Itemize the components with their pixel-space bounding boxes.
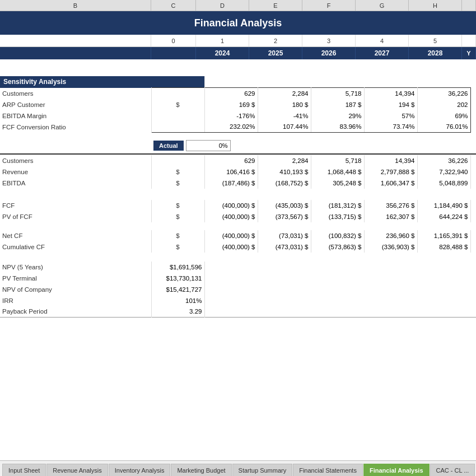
tab-marketing-budget[interactable]: Marketing Budget bbox=[171, 464, 231, 476]
main-revenue-row: Revenue $ 106,416 $ 410,193 $ 1,068,448 … bbox=[0, 166, 476, 178]
main-revenue-2025: 410,193 $ bbox=[258, 166, 311, 178]
main-customers-label: Customers bbox=[0, 155, 151, 166]
npv-company-row: NPV of Company $15,421,727 bbox=[0, 284, 476, 295]
npv5-label: NPV (5 Years) bbox=[0, 262, 151, 273]
main-revenue-dollar: $ bbox=[151, 166, 204, 178]
year-num-4: 4 bbox=[356, 35, 409, 46]
npv5-row: NPV (5 Years) $1,691,596 bbox=[0, 262, 476, 273]
fcf-row: FCF $ (400,000) $ (435,003) $ (181,312) … bbox=[0, 200, 476, 211]
sensitivity-customers-2024: 629 bbox=[204, 88, 258, 99]
column-headers: B C D E F G H bbox=[0, 0, 476, 11]
irr-label: IRR bbox=[0, 295, 151, 306]
tab-startup-summary[interactable]: Startup Summary bbox=[232, 464, 293, 476]
year-2027: 2027 bbox=[356, 47, 409, 59]
sensitivity-arp-2024: 169 $ bbox=[204, 99, 258, 110]
fcf-2026: 356,276 $ bbox=[364, 200, 417, 211]
sensitivity-table: Sensitivity Analysis Customers 629 2,284… bbox=[0, 59, 476, 322]
gap-row-1 bbox=[0, 59, 476, 65]
netcf-2025: (100,832) $ bbox=[311, 230, 364, 241]
sensitivity-ebitda-label: EBITDA Margin bbox=[0, 110, 151, 122]
payback-row: Payback Period 3.29 bbox=[0, 306, 476, 318]
sensitivity-fcf-label: FCF Conversion Ratio bbox=[0, 122, 151, 133]
main-customers-2024: 629 bbox=[204, 155, 258, 166]
year-num-3: 3 bbox=[302, 35, 356, 46]
sensitivity-ebitda-2027: 57% bbox=[364, 110, 417, 122]
pv-terminal-row: PV Terminal $13,730,131 bbox=[0, 273, 476, 284]
tab-financial-analysis[interactable]: Financial Analysis bbox=[363, 464, 430, 476]
pvfcf-2025: (133,715) $ bbox=[311, 211, 364, 222]
sensitivity-customers-label: Customers bbox=[0, 88, 151, 99]
pvfcf-year0: (400,000) $ bbox=[204, 211, 258, 222]
col-header-e: E bbox=[249, 0, 302, 11]
year-num-5: 5 bbox=[409, 35, 462, 46]
tab-financial-statements[interactable]: Financial Statements bbox=[293, 464, 363, 476]
sensitivity-fcf-c bbox=[151, 122, 204, 133]
fcf-2027: 1,184,490 $ bbox=[417, 200, 470, 211]
year-num-extra bbox=[462, 35, 476, 46]
sensitivity-arp-2027: 194 $ bbox=[364, 99, 417, 110]
sensitivity-customers-2026: 5,718 bbox=[311, 88, 364, 99]
col-header-h: H bbox=[409, 0, 462, 11]
gap-after-sensitivity bbox=[0, 133, 476, 138]
gap-before-summary bbox=[0, 253, 476, 262]
tab-inventory-analysis[interactable]: Inventory Analysis bbox=[109, 464, 171, 476]
main-customers-row: Customers 629 2,284 5,718 14,394 36,226 bbox=[0, 155, 476, 166]
main-customers-2027: 14,394 bbox=[364, 155, 417, 166]
tab-revenue-analysis[interactable]: Revenue Analysis bbox=[46, 464, 108, 476]
main-revenue-2026: 1,068,448 $ bbox=[311, 166, 364, 178]
fcf-2028: 3,837,426 $ bbox=[470, 200, 476, 211]
pvfcf-2027: 644,224 $ bbox=[417, 211, 470, 222]
sensitivity-fcf-2025: 107.44% bbox=[258, 122, 311, 133]
fcf-year0: (400,000) $ bbox=[204, 200, 258, 211]
main-revenue-label: Revenue bbox=[0, 166, 151, 178]
sensitivity-customers-c bbox=[151, 88, 204, 99]
year-label-empty2 bbox=[151, 47, 196, 59]
tab-cac-cl[interactable]: CAC - CL ... bbox=[430, 464, 475, 476]
main-customers-c bbox=[151, 155, 204, 166]
year-2025: 2025 bbox=[249, 47, 302, 59]
col-header-extra bbox=[462, 0, 476, 11]
year-num-0: 0 bbox=[151, 35, 196, 46]
main-ebitda-2024: (187,486) $ bbox=[204, 178, 258, 189]
actual-input[interactable] bbox=[186, 140, 231, 151]
tab-input-sheet[interactable]: Input Sheet bbox=[2, 464, 46, 476]
sensitivity-customers-2027: 14,394 bbox=[364, 88, 417, 99]
main-ebitda-2028: 5,048,899 bbox=[417, 178, 470, 189]
cumcf-row: Cumulative CF $ (400,000) $ (473,031) $ … bbox=[0, 241, 476, 253]
npv-company-value: $15,421,727 bbox=[151, 284, 204, 295]
sensitivity-header-row: Sensitivity Analysis bbox=[0, 76, 476, 88]
year-label-empty bbox=[0, 47, 151, 59]
sensitivity-customers-row: Customers 629 2,284 5,718 14,394 36,226 bbox=[0, 88, 476, 99]
sensitivity-customers-2025: 2,284 bbox=[258, 88, 311, 99]
cumcf-label: Cumulative CF bbox=[0, 241, 151, 253]
cumcf-2026: (336,903) $ bbox=[364, 241, 417, 253]
netcf-row: Net CF $ (400,000) $ (73,031) $ (100,832… bbox=[0, 230, 476, 241]
col-header-g: G bbox=[356, 0, 409, 11]
main-ebitda-label: EBITDA bbox=[0, 178, 151, 189]
pv-terminal-label: PV Terminal bbox=[0, 273, 151, 284]
pvfcf-2028: 1,792,347 $ bbox=[470, 211, 476, 222]
fcf-dollar-c: $ bbox=[151, 200, 204, 211]
sensitivity-fcf-2024: 232.02% bbox=[204, 122, 258, 133]
tabs-bar: Input Sheet Revenue Analysis Inventory A… bbox=[0, 460, 476, 476]
year-num-1: 1 bbox=[196, 35, 249, 46]
cumcf-2025: (573,863) $ bbox=[311, 241, 364, 253]
sensitivity-arp-2028: 202 bbox=[417, 99, 470, 110]
actual-button[interactable]: Actual bbox=[153, 141, 184, 151]
cumcf-year0: (400,000) $ bbox=[204, 241, 258, 253]
sensitivity-arp-dollar: $ bbox=[151, 99, 204, 110]
pvfcf-row: PV of FCF $ (400,000) $ (373,567) $ (133… bbox=[0, 211, 476, 222]
sensitivity-arp-row: ARP Customer $ 169 $ 180 $ 187 $ 194 $ 2… bbox=[0, 99, 476, 110]
year-num-2: 2 bbox=[249, 35, 302, 46]
payback-label: Payback Period bbox=[0, 306, 151, 318]
netcf-label: Net CF bbox=[0, 230, 151, 241]
sensitivity-arp-label: ARP Customer bbox=[0, 99, 151, 110]
cumcf-2027: 828,488 $ bbox=[417, 241, 470, 253]
content-area: Financial Analysis 0 1 2 3 4 5 2024 2025… bbox=[0, 11, 476, 460]
sensitivity-fcf-row: FCF Conversion Ratio 232.02% 107.44% 83.… bbox=[0, 122, 476, 133]
gap-before-cf bbox=[0, 222, 476, 230]
pvfcf-2024: (373,567) $ bbox=[258, 211, 311, 222]
netcf-dollar-c: $ bbox=[151, 230, 204, 241]
sensitivity-fcf-2026: 83.96% bbox=[311, 122, 364, 133]
sensitivity-ebitda-2025: -41% bbox=[258, 110, 311, 122]
